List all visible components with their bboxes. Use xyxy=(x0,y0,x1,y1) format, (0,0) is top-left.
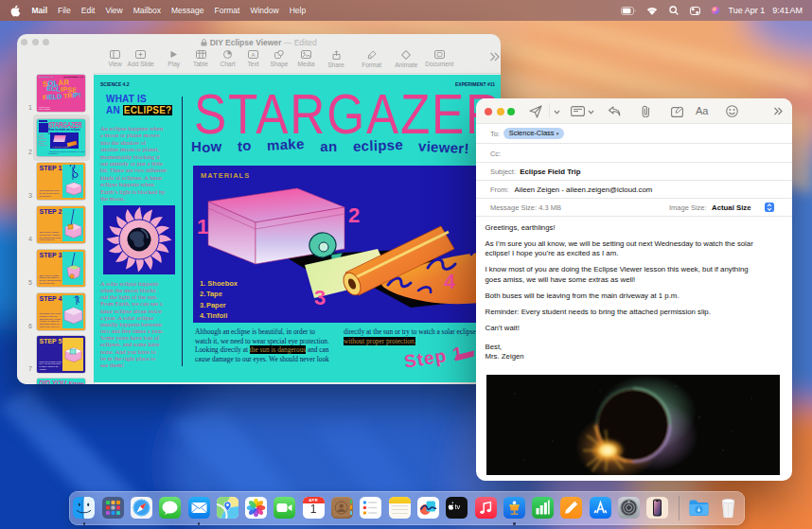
svg-text:2: 2 xyxy=(348,203,360,227)
svg-text:A: A xyxy=(252,52,256,58)
svg-text:4: 4 xyxy=(444,270,456,293)
svg-text:tv: tv xyxy=(455,503,461,511)
svg-text:1: 1 xyxy=(197,215,208,238)
svg-text:3: 3 xyxy=(314,286,326,309)
